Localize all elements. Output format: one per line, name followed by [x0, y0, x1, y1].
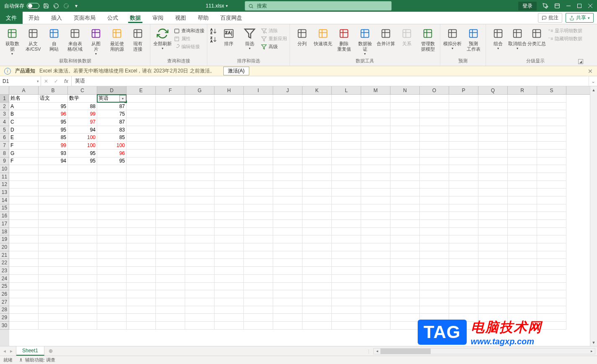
- cell[interactable]: [185, 165, 215, 173]
- tab-帮助[interactable]: 帮助: [192, 12, 215, 24]
- row-header[interactable]: 4: [0, 118, 9, 126]
- cell[interactable]: [332, 196, 361, 204]
- cell[interactable]: [332, 157, 361, 165]
- cell[interactable]: B: [9, 110, 39, 118]
- cell[interactable]: [537, 235, 566, 243]
- cell[interactable]: [390, 251, 420, 259]
- cell[interactable]: [508, 196, 537, 204]
- cell[interactable]: 99: [39, 142, 68, 150]
- cell[interactable]: [97, 275, 127, 283]
- cell[interactable]: 100: [68, 142, 97, 150]
- cell[interactable]: [361, 134, 390, 142]
- cell[interactable]: [302, 150, 332, 157]
- cell[interactable]: [9, 173, 39, 181]
- cell[interactable]: [478, 306, 508, 314]
- cell[interactable]: [449, 243, 478, 251]
- cell[interactable]: [9, 196, 39, 204]
- cell[interactable]: [302, 204, 332, 212]
- cell[interactable]: [332, 283, 361, 291]
- cell[interactable]: [537, 283, 566, 291]
- cell[interactable]: [449, 126, 478, 134]
- cell[interactable]: [156, 251, 185, 259]
- cell[interactable]: [9, 306, 39, 314]
- row-header[interactable]: 8: [0, 150, 9, 157]
- cell[interactable]: [273, 322, 302, 330]
- cell[interactable]: [215, 228, 244, 236]
- cell[interactable]: [537, 322, 566, 330]
- cell[interactable]: [156, 259, 185, 267]
- cell[interactable]: [68, 188, 97, 196]
- cell[interactable]: [244, 95, 273, 103]
- tab-开始[interactable]: 开始: [23, 12, 45, 24]
- cell[interactable]: [390, 173, 420, 181]
- cell[interactable]: [508, 251, 537, 259]
- cell[interactable]: [273, 212, 302, 220]
- formula-input[interactable]: 英语: [72, 76, 589, 86]
- row-header[interactable]: 22: [0, 259, 9, 267]
- cell[interactable]: [273, 275, 302, 283]
- cell[interactable]: 94: [68, 126, 97, 134]
- row-header[interactable]: 28: [0, 306, 9, 314]
- cell[interactable]: [39, 196, 68, 204]
- cell[interactable]: [478, 188, 508, 196]
- cell[interactable]: [127, 212, 156, 220]
- cell[interactable]: [244, 251, 273, 259]
- cell[interactable]: [9, 267, 39, 275]
- cell[interactable]: [215, 110, 244, 118]
- cell[interactable]: [156, 228, 185, 236]
- cell[interactable]: [244, 243, 273, 251]
- cell[interactable]: [97, 181, 127, 189]
- cell[interactable]: [332, 212, 361, 220]
- cell[interactable]: [449, 228, 478, 236]
- cell[interactable]: [156, 204, 185, 212]
- cell[interactable]: [97, 267, 127, 275]
- cell[interactable]: [361, 126, 390, 134]
- tab-数据[interactable]: 数据: [124, 12, 147, 24]
- cell[interactable]: [244, 126, 273, 134]
- cell[interactable]: [127, 173, 156, 181]
- hscroll-thumb[interactable]: [380, 349, 431, 354]
- cell[interactable]: [39, 204, 68, 212]
- scroll-left-icon[interactable]: ◂: [374, 349, 380, 354]
- cell[interactable]: [361, 196, 390, 204]
- cell[interactable]: [68, 290, 97, 298]
- cell[interactable]: [273, 243, 302, 251]
- cell[interactable]: [215, 306, 244, 314]
- col-header[interactable]: F: [156, 86, 185, 94]
- activate-button[interactable]: 激活(A): [223, 67, 249, 75]
- 预测-工作表-button[interactable]: 预测 工作表: [464, 26, 483, 52]
- cell[interactable]: [39, 251, 68, 259]
- comments-button[interactable]: 批注: [538, 13, 562, 23]
- cell[interactable]: [156, 95, 185, 103]
- cell[interactable]: 99: [68, 110, 97, 118]
- cell[interactable]: [127, 188, 156, 196]
- cell[interactable]: [420, 173, 449, 181]
- cell[interactable]: [244, 134, 273, 142]
- cell[interactable]: [68, 181, 97, 189]
- cell[interactable]: [273, 228, 302, 236]
- cell[interactable]: [508, 165, 537, 173]
- cell[interactable]: [537, 220, 566, 228]
- cell[interactable]: [302, 188, 332, 196]
- cell[interactable]: [68, 204, 97, 212]
- cell[interactable]: [361, 204, 390, 212]
- cell[interactable]: [449, 196, 478, 204]
- cell[interactable]: [39, 212, 68, 220]
- col-header[interactable]: A: [9, 86, 39, 94]
- cell[interactable]: [156, 196, 185, 204]
- cell[interactable]: [302, 134, 332, 142]
- cell[interactable]: [185, 204, 215, 212]
- cell[interactable]: [244, 157, 273, 165]
- cell[interactable]: [332, 173, 361, 181]
- cell[interactable]: [508, 103, 537, 111]
- horizontal-scrollbar[interactable]: ◂ ▸: [373, 348, 595, 354]
- cell[interactable]: [537, 251, 566, 259]
- cell[interactable]: [302, 243, 332, 251]
- cell[interactable]: [420, 275, 449, 283]
- cell[interactable]: [537, 126, 566, 134]
- cell[interactable]: [156, 110, 185, 118]
- cell[interactable]: [215, 181, 244, 189]
- cell[interactable]: [390, 157, 420, 165]
- cell[interactable]: [449, 235, 478, 243]
- cell[interactable]: [508, 181, 537, 189]
